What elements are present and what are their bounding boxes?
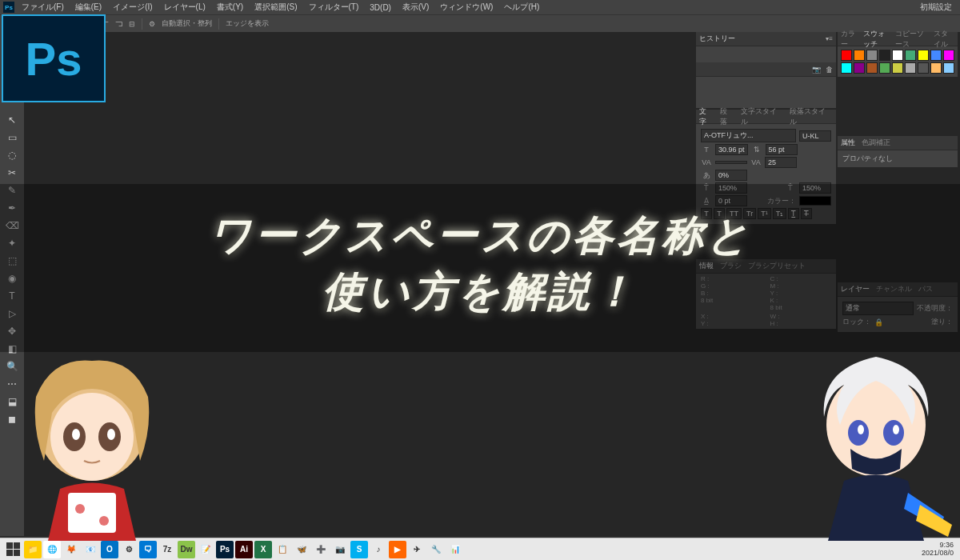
font-family-select[interactable]: A-OTFリュウ... [701, 129, 796, 142]
tool-0[interactable]: ↖ [3, 112, 21, 128]
taskbar-icon-20[interactable]: ✈ [408, 541, 426, 558]
tab-character[interactable]: 文字 [699, 106, 714, 127]
tool-1[interactable]: ▭ [3, 130, 21, 146]
leading-icon: ⇅ [751, 146, 762, 154]
menu-view[interactable]: 表示(V) [398, 2, 433, 13]
swatch[interactable] [879, 50, 890, 61]
taskbar-icon-21[interactable]: 🔧 [427, 541, 445, 558]
swatch[interactable] [866, 50, 878, 61]
tracking-input[interactable]: 25 [765, 157, 797, 168]
taskbar-icon-0[interactable]: 📁 [24, 541, 42, 558]
swatch[interactable] [854, 62, 865, 74]
tab-swatches[interactable]: スウォッチ [863, 29, 890, 50]
attributes-panel: 属性 色調補正 プロパティなし [838, 136, 958, 167]
taskbar-icon-1[interactable]: 🌐 [43, 541, 61, 558]
svg-point-11 [883, 420, 904, 446]
taskbar-icon-11[interactable]: Ai [235, 541, 253, 558]
swatch[interactable] [930, 50, 942, 61]
taskbar-icon-19[interactable]: ▶ [389, 541, 406, 558]
swatch[interactable] [841, 50, 852, 61]
menu-bar: Ps ファイル(F) 編集(E) イメージ(I) レイヤー(L) 書式(Y) 選… [0, 0, 960, 14]
swatch[interactable] [879, 62, 890, 74]
swatches-panel: カラー スウォッチ コピーソース スタイル [838, 32, 958, 77]
tool-2[interactable]: ◌ [3, 147, 21, 163]
baseline-input[interactable]: 0% [715, 170, 747, 181]
taskbar-icon-6[interactable]: 🗨 [139, 541, 157, 558]
tool-3[interactable]: ✂ [3, 165, 21, 181]
tab-styles[interactable]: スタイル [934, 29, 954, 50]
menu-window[interactable]: ウィンドウ(W) [436, 2, 497, 13]
menu-image[interactable]: イメージ(I) [109, 2, 156, 13]
tab-history[interactable]: ヒストリー [699, 34, 735, 44]
swatch[interactable] [905, 62, 916, 74]
font-weight-select[interactable]: U-KL [799, 130, 831, 142]
taskbar-icon-3[interactable]: 📧 [82, 541, 99, 558]
tab-copysrc[interactable]: コピーソース [895, 29, 926, 50]
camera-icon[interactable]: 📷 [812, 66, 821, 74]
align-icon[interactable]: ⊟ [129, 20, 135, 28]
menu-filter[interactable]: フィルター(T) [305, 2, 363, 13]
options-bar: マスク シェイプ ⫍ ⫎ ⊟ ⚙ 自動選択・整列 エッジを表示 [0, 14, 960, 32]
taskbar-icon-14[interactable]: 🦋 [293, 541, 310, 558]
trash-icon[interactable]: 🗑 [826, 66, 833, 74]
menu-edit[interactable]: 編集(E) [71, 2, 106, 13]
align-icon[interactable]: ⫎ [115, 20, 122, 28]
swatch[interactable] [854, 50, 865, 61]
menu-select[interactable]: 選択範囲(S) [250, 2, 301, 13]
opt-auto[interactable]: 自動選択・整列 [162, 18, 212, 29]
baseline-icon: あ [701, 170, 712, 181]
svg-rect-6 [68, 493, 116, 533]
taskbar-icon-4[interactable]: O [101, 541, 118, 558]
overlay-darken [0, 184, 960, 352]
workspace-switcher[interactable]: 初期設定 [915, 2, 957, 13]
swatch[interactable] [943, 50, 954, 61]
swatch[interactable] [930, 62, 942, 74]
taskbar-icon-9[interactable]: 📝 [197, 541, 214, 558]
swatch[interactable] [943, 62, 954, 74]
tab-color[interactable]: カラー [841, 29, 857, 50]
swatch[interactable] [892, 62, 903, 74]
menu-layer[interactable]: レイヤー(L) [160, 2, 210, 13]
swatch[interactable] [918, 50, 929, 61]
gear-icon[interactable]: ⚙ [149, 20, 155, 28]
leading-input[interactable]: 56 pt [766, 144, 798, 155]
swatch[interactable] [841, 62, 852, 74]
svg-point-10 [848, 420, 869, 446]
menu-3d[interactable]: 3D(D) [366, 3, 395, 12]
taskbar-icon-12[interactable]: X [254, 541, 272, 558]
start-button[interactable] [3, 541, 22, 558]
swatch[interactable] [918, 62, 929, 74]
taskbar-icon-10[interactable]: Ps [216, 541, 234, 558]
svg-point-12 [858, 425, 864, 434]
kerning-input[interactable] [715, 161, 747, 164]
tab-adjustments[interactable]: 色調補正 [862, 138, 890, 148]
svg-point-13 [893, 425, 899, 434]
taskbar-icon-17[interactable]: S [350, 541, 368, 558]
opt-edge[interactable]: エッジを表示 [226, 18, 269, 29]
tab-attributes[interactable]: 属性 [841, 138, 855, 148]
tab-charstyle[interactable]: 文字スタイル [741, 106, 784, 127]
taskbar-icon-5[interactable]: ⚙ [120, 541, 138, 558]
font-size-input[interactable]: 30.96 pt [715, 144, 748, 155]
swatch[interactable] [866, 62, 878, 74]
tab-paragraph[interactable]: 段落 [720, 106, 734, 127]
tab-parastyle[interactable]: 段落スタイル [790, 106, 833, 127]
menu-file[interactable]: ファイル(F) [18, 2, 68, 13]
taskbar-icon-7[interactable]: 7z [158, 541, 176, 558]
character-right [792, 349, 960, 541]
taskbar-icon-18[interactable]: ♪ [370, 541, 387, 558]
panel-menu-icon[interactable]: ▾≡ [826, 35, 833, 42]
font-size-icon: T [701, 146, 712, 154]
taskbar-icon-8[interactable]: Dw [178, 541, 195, 558]
taskbar-icon-15[interactable]: ➕ [312, 541, 330, 558]
taskbar-clock[interactable]: 9:36 2021/08/0 [922, 542, 957, 558]
swatch[interactable] [892, 50, 903, 61]
menu-type[interactable]: 書式(Y) [213, 2, 247, 13]
taskbar-icon-2[interactable]: 🦊 [62, 541, 80, 558]
history-panel: ヒストリー ▾≡ 📷 🗑 [696, 32, 836, 108]
taskbar-icon-22[interactable]: 📊 [446, 541, 464, 558]
swatch[interactable] [905, 50, 916, 61]
taskbar-icon-16[interactable]: 📷 [331, 541, 349, 558]
menu-help[interactable]: ヘルプ(H) [500, 2, 543, 13]
taskbar-icon-13[interactable]: 📋 [274, 541, 291, 558]
